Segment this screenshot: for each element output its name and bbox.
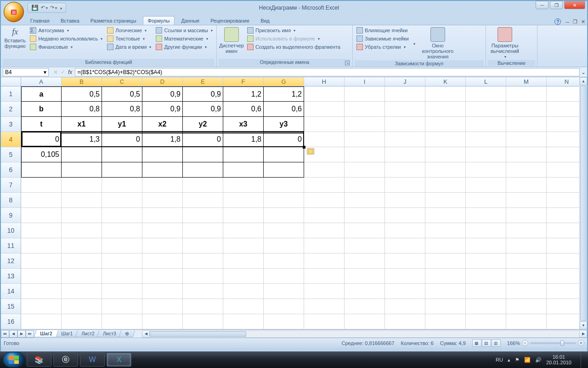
cell[interactable]: 0,8 bbox=[102, 102, 142, 117]
cell[interactable] bbox=[466, 253, 506, 269]
cell[interactable] bbox=[304, 178, 345, 193]
cell[interactable] bbox=[425, 178, 466, 193]
cell[interactable] bbox=[102, 238, 142, 253]
cell[interactable] bbox=[425, 238, 466, 253]
cell[interactable] bbox=[506, 208, 547, 223]
cell[interactable]: 0,9 bbox=[183, 86, 223, 102]
formula-bar[interactable]: =(B$1*COS($A4)+B$2)*COS($A4) bbox=[75, 68, 580, 76]
cell[interactable] bbox=[183, 208, 223, 223]
cell[interactable] bbox=[506, 86, 547, 102]
cell[interactable]: 0,9 bbox=[183, 102, 223, 117]
show-desktop-button[interactable] bbox=[581, 352, 585, 368]
tab-nav-prev-icon[interactable]: ◀ bbox=[9, 330, 17, 338]
col-header[interactable]: A bbox=[21, 77, 62, 86]
cell[interactable] bbox=[385, 284, 425, 299]
zoom-out-icon[interactable]: − bbox=[522, 340, 528, 346]
tab-nav-last-icon[interactable]: ⏭ bbox=[26, 330, 34, 338]
tray-network-icon[interactable]: 📶 bbox=[524, 357, 531, 363]
cell[interactable] bbox=[506, 147, 547, 162]
cell[interactable] bbox=[264, 193, 304, 208]
cell[interactable] bbox=[102, 299, 142, 314]
cell[interactable]: 0,9 bbox=[142, 86, 183, 102]
cell[interactable] bbox=[21, 162, 62, 178]
view-page-layout-icon[interactable]: ▤ bbox=[482, 339, 491, 347]
enter-formula-icon[interactable]: ✓ bbox=[61, 69, 65, 75]
cell[interactable]: 0,5 bbox=[102, 86, 142, 102]
cell[interactable] bbox=[466, 132, 506, 147]
cell[interactable] bbox=[183, 314, 223, 329]
cell[interactable]: x1 bbox=[62, 117, 102, 132]
cell[interactable] bbox=[304, 117, 345, 132]
cell[interactable] bbox=[506, 299, 547, 314]
cell[interactable] bbox=[223, 238, 264, 253]
cell[interactable] bbox=[223, 162, 264, 178]
cell[interactable] bbox=[304, 208, 345, 223]
cell[interactable] bbox=[264, 208, 304, 223]
use-in-formula-button[interactable]: Использовать в формуле bbox=[245, 34, 342, 43]
cell[interactable] bbox=[345, 208, 385, 223]
cell[interactable] bbox=[345, 223, 385, 238]
cell[interactable] bbox=[62, 299, 102, 314]
row-header[interactable]: 5 bbox=[1, 147, 21, 162]
cell[interactable] bbox=[345, 269, 385, 284]
tray-lang[interactable]: RU bbox=[496, 357, 503, 362]
cell[interactable] bbox=[223, 178, 264, 193]
row-header[interactable]: 13 bbox=[1, 269, 21, 284]
cell[interactable] bbox=[223, 299, 264, 314]
cell[interactable] bbox=[183, 253, 223, 269]
cell[interactable] bbox=[385, 193, 425, 208]
cell[interactable] bbox=[21, 284, 62, 299]
maximize-button[interactable]: ❐ bbox=[550, 1, 563, 9]
cell[interactable] bbox=[466, 238, 506, 253]
cell[interactable] bbox=[345, 299, 385, 314]
cell[interactable] bbox=[62, 314, 102, 329]
cell[interactable] bbox=[425, 299, 466, 314]
start-button[interactable] bbox=[3, 352, 25, 368]
row-header[interactable]: 14 bbox=[1, 284, 21, 299]
cell[interactable] bbox=[466, 208, 506, 223]
cell[interactable] bbox=[142, 238, 183, 253]
cell[interactable] bbox=[183, 299, 223, 314]
row-header[interactable]: 1 bbox=[1, 86, 21, 102]
cell[interactable] bbox=[102, 147, 142, 162]
cell[interactable] bbox=[62, 193, 102, 208]
worksheet-grid[interactable]: ABCDEFGHIJKLMN1a0,50,50,90,91,21,22b0,80… bbox=[1, 77, 587, 329]
cell[interactable] bbox=[304, 223, 345, 238]
cell[interactable] bbox=[466, 223, 506, 238]
cell[interactable] bbox=[102, 162, 142, 178]
cell[interactable]: 1,2 bbox=[264, 86, 304, 102]
cell[interactable] bbox=[506, 178, 547, 193]
sheet-tab-nav[interactable]: ⏮ ◀ ▶ ⏭ bbox=[1, 330, 34, 338]
cell[interactable] bbox=[466, 178, 506, 193]
row-header[interactable]: 8 bbox=[1, 193, 21, 208]
cell[interactable] bbox=[62, 223, 102, 238]
office-button[interactable]: ⊞ bbox=[4, 2, 24, 22]
cell[interactable] bbox=[304, 102, 345, 117]
zoom-in-icon[interactable]: + bbox=[578, 340, 584, 346]
row-header[interactable]: 3 bbox=[1, 117, 21, 132]
cell[interactable] bbox=[304, 86, 345, 102]
row-header[interactable]: 10 bbox=[1, 223, 21, 238]
name-manager-button[interactable]: Диспетчер имен bbox=[219, 26, 244, 59]
cell[interactable] bbox=[142, 223, 183, 238]
cell[interactable] bbox=[466, 269, 506, 284]
cell[interactable]: a bbox=[21, 86, 62, 102]
cell[interactable] bbox=[385, 178, 425, 193]
zoom-level[interactable]: 166% bbox=[507, 340, 520, 346]
cell[interactable] bbox=[506, 238, 547, 253]
cell[interactable] bbox=[425, 162, 466, 178]
cell[interactable] bbox=[385, 147, 425, 162]
tray-clock[interactable]: 16:0120.01.2010 bbox=[546, 354, 571, 365]
col-header[interactable]: G bbox=[264, 77, 304, 86]
tray-volume-icon[interactable]: 🔊 bbox=[535, 357, 542, 363]
cell[interactable] bbox=[223, 208, 264, 223]
zoom-slider[interactable] bbox=[530, 342, 576, 344]
cell[interactable]: 1,8 bbox=[223, 132, 264, 147]
cell[interactable] bbox=[425, 208, 466, 223]
col-header[interactable]: I bbox=[345, 77, 385, 86]
cell[interactable] bbox=[102, 193, 142, 208]
cell[interactable] bbox=[345, 117, 385, 132]
taskbar-ie-icon[interactable]: ⓔ bbox=[53, 353, 78, 367]
cell[interactable]: 0 bbox=[21, 132, 62, 147]
sheet-tab-shag2[interactable]: Шаг2 bbox=[34, 330, 58, 337]
